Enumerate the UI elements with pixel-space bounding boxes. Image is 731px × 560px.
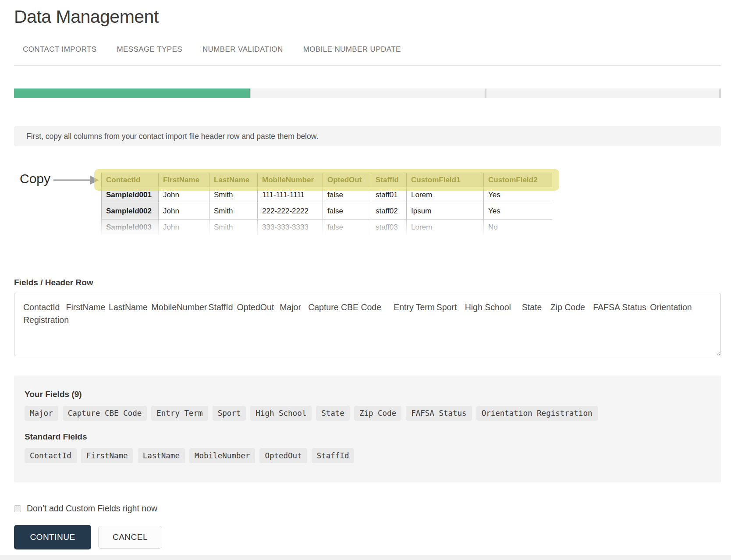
- sample-table-row: SampleId002JohnSmith222-222-2222falsesta…: [102, 203, 553, 220]
- custom-field-chip[interactable]: Orientation Registration: [476, 406, 598, 421]
- sample-header-row: ContactIdFirstNameLastNameMobileNumberOp…: [102, 173, 553, 187]
- your-fields-list: MajorCapture CBE CodeEntry TermSportHigh…: [25, 406, 710, 421]
- sample-cell: Yes: [484, 187, 553, 203]
- sample-cell: false: [323, 187, 371, 203]
- sample-cell: Smith: [209, 220, 258, 235]
- sample-column-header: LastName: [209, 173, 258, 187]
- sample-cell: Lorem: [407, 220, 484, 235]
- sample-cell: 333-333-3333: [258, 220, 323, 235]
- standard-field-chip[interactable]: ContactId: [25, 448, 77, 463]
- sample-cell: Lorem: [407, 187, 484, 203]
- standard-field-chip[interactable]: LastName: [138, 448, 185, 463]
- sample-cell: false: [323, 220, 371, 235]
- progress-divider-1: [250, 89, 251, 98]
- action-buttons: CONTINUE CANCEL: [14, 525, 721, 549]
- tab-bar: CONTACT IMPORTS MESSAGE TYPES NUMBER VAL…: [14, 45, 721, 66]
- custom-fields-checkbox-label[interactable]: Don’t add Custom Fields right now: [27, 503, 157, 514]
- sample-cell: 111-111-1111: [258, 187, 323, 203]
- custom-field-chip[interactable]: FAFSA Status: [406, 406, 472, 421]
- sample-column-header: ContactId: [102, 173, 159, 187]
- standard-field-chip[interactable]: OptedOut: [259, 448, 307, 463]
- sample-column-header: MobileNumber: [258, 173, 323, 187]
- sample-cell: Smith: [209, 187, 258, 203]
- sample-cell: 222-222-2222: [258, 203, 323, 220]
- tab-number-validation[interactable]: NUMBER VALIDATION: [202, 45, 283, 54]
- sample-column-header: StaffId: [371, 173, 407, 187]
- fields-input[interactable]: ContactId FirstName LastName MobileNumbe…: [14, 293, 721, 356]
- sample-cell: staff03: [371, 220, 407, 235]
- sample-cell: John: [159, 187, 209, 203]
- sample-cell: staff01: [371, 187, 407, 203]
- sample-cell: false: [323, 203, 371, 220]
- sample-column-header: CustomField1: [407, 173, 484, 187]
- sample-cell: staff02: [371, 203, 407, 220]
- custom-field-chip[interactable]: Major: [25, 406, 58, 421]
- standard-field-chip[interactable]: StaffId: [312, 448, 355, 463]
- custom-field-chip[interactable]: Sport: [213, 406, 246, 421]
- custom-fields-checkbox[interactable]: [14, 505, 21, 512]
- sample-row-id-cell: SampleId001: [102, 187, 159, 203]
- sample-cell: Smith: [209, 203, 258, 220]
- custom-field-chip[interactable]: Capture CBE Code: [63, 406, 147, 421]
- sample-table-row: SampleId003JohnSmith333-333-3333falsesta…: [102, 220, 553, 235]
- sample-column-header: CustomField2: [484, 173, 553, 187]
- sample-column-header: OptedOut: [323, 173, 371, 187]
- tab-message-types[interactable]: MESSAGE TYPES: [117, 45, 182, 54]
- sample-table-section: Copy ContactIdFirstNameLastNameMobileNum…: [14, 146, 721, 237]
- cancel-button[interactable]: CANCEL: [98, 526, 162, 549]
- custom-field-chip[interactable]: Zip Code: [354, 406, 401, 421]
- standard-fields-label: Standard Fields: [25, 432, 710, 442]
- standard-fields-list: ContactIdFirstNameLastNameMobileNumberOp…: [25, 448, 710, 463]
- page-bottom-edge: [0, 555, 731, 560]
- progress-endcap: [719, 89, 721, 98]
- sample-data-table: ContactIdFirstNameLastNameMobileNumberOp…: [101, 173, 552, 234]
- standard-field-chip[interactable]: FirstName: [81, 448, 133, 463]
- arrow-right-icon: [53, 174, 100, 188]
- sample-table-head: ContactIdFirstNameLastNameMobileNumberOp…: [102, 173, 553, 187]
- sample-cell: John: [159, 203, 209, 220]
- instruction-banner: First, copy all columns from your contac…: [14, 126, 721, 146]
- sample-cell: Ipsum: [407, 203, 484, 220]
- custom-field-chip[interactable]: High School: [250, 406, 312, 421]
- fields-header-row-label: Fields / Header Row: [14, 278, 721, 287]
- sample-table-row: SampleId001JohnSmith111-111-1111falsesta…: [102, 187, 553, 203]
- tab-mobile-number-update[interactable]: MOBILE NUMBER UPDATE: [303, 45, 401, 54]
- sample-row-id-cell: SampleId003: [102, 220, 159, 235]
- sample-table-wrap: ContactIdFirstNameLastNameMobileNumberOp…: [101, 173, 552, 234]
- your-fields-label: Your Fields (9): [25, 390, 710, 399]
- fields-panel: Your Fields (9) MajorCapture CBE CodeEnt…: [14, 376, 721, 482]
- sample-cell: No: [484, 220, 553, 235]
- progress-fill: [14, 89, 250, 98]
- custom-field-chip[interactable]: Entry Term: [151, 406, 208, 421]
- custom-fields-checkbox-row: Don’t add Custom Fields right now: [14, 503, 721, 514]
- tab-contact-imports[interactable]: CONTACT IMPORTS: [23, 45, 96, 54]
- progress-divider-2: [485, 89, 486, 98]
- sample-cell: Yes: [484, 203, 553, 220]
- continue-button[interactable]: CONTINUE: [14, 525, 91, 549]
- page-title: Data Management: [14, 6, 721, 28]
- sample-column-header: FirstName: [159, 173, 209, 187]
- custom-field-chip[interactable]: State: [316, 406, 350, 421]
- sample-cell: John: [159, 220, 209, 235]
- progress-bar: [14, 89, 721, 98]
- standard-field-chip[interactable]: MobileNumber: [189, 448, 255, 463]
- sample-table-body: SampleId001JohnSmith111-111-1111falsesta…: [102, 187, 553, 235]
- sample-row-id-cell: SampleId002: [102, 203, 159, 220]
- copy-annotation-label: Copy: [20, 171, 50, 187]
